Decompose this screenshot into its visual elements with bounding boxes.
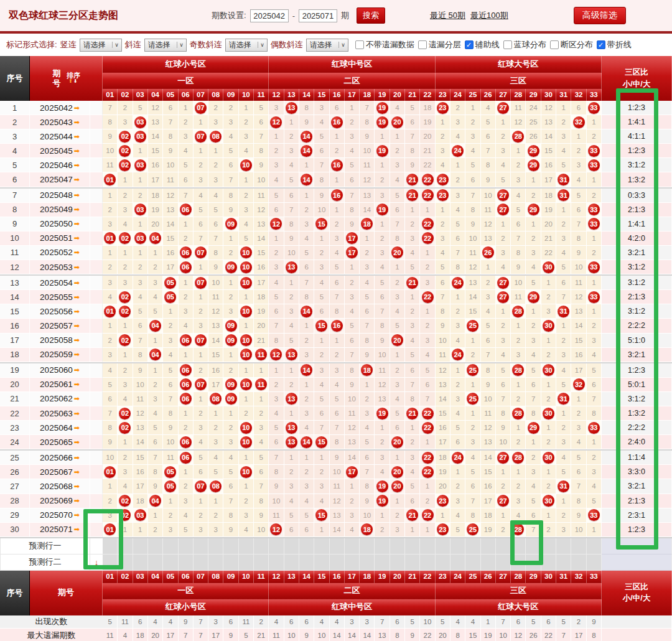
ball-column-header-bottom-20[interactable]: 20: [390, 571, 405, 583]
prediction-cell[interactable]: [133, 554, 148, 571]
dropdown-2[interactable]: 请选择∨: [225, 39, 268, 52]
ball-column-header-bottom-27[interactable]: 27: [496, 571, 511, 583]
ball-column-header-bottom-15[interactable]: 15: [314, 571, 329, 583]
sort-control[interactable]: 排序⬆⬇: [67, 72, 80, 85]
ball-column-header-bottom-21[interactable]: 21: [405, 571, 420, 583]
ball-column-header-14[interactable]: 14: [299, 89, 314, 101]
ball-column-header-bottom-17[interactable]: 17: [345, 571, 360, 583]
ball-column-header-26[interactable]: 26: [481, 89, 496, 101]
prediction-cell[interactable]: [436, 538, 450, 554]
prediction-cell[interactable]: [541, 554, 556, 571]
prediction-cell[interactable]: [103, 554, 118, 571]
prediction-cell[interactable]: [571, 538, 586, 554]
checkbox-辅助线[interactable]: ✓辅助线: [465, 39, 500, 50]
prediction-cell[interactable]: [450, 554, 465, 571]
prediction-cell[interactable]: [450, 538, 465, 554]
ball-column-header-bottom-19[interactable]: 19: [375, 571, 390, 583]
prediction-cell[interactable]: [254, 554, 269, 571]
ball-column-header-bottom-31[interactable]: 31: [556, 571, 571, 583]
ball-column-header-27[interactable]: 27: [496, 89, 511, 101]
ball-column-header-10[interactable]: 10: [239, 89, 254, 101]
prediction-cell[interactable]: [587, 538, 602, 554]
ball-column-header-bottom-09[interactable]: 09: [223, 571, 238, 583]
ball-column-header-bottom-33[interactable]: 33: [587, 571, 602, 583]
prediction-cell[interactable]: [163, 554, 178, 571]
period-from-input[interactable]: [250, 9, 289, 22]
checkbox-icon[interactable]: ✓: [465, 40, 474, 49]
prediction-cell[interactable]: [360, 554, 375, 571]
ball-column-header-bottom-23[interactable]: 23: [436, 571, 450, 583]
prediction-cell[interactable]: [375, 554, 390, 571]
checkbox-icon[interactable]: [418, 40, 427, 49]
prediction-cell[interactable]: [481, 554, 496, 571]
ball-column-header-22[interactable]: 22: [420, 89, 435, 101]
ball-column-header-bottom-02[interactable]: 02: [118, 571, 133, 583]
dropdown-3[interactable]: 请选择∨: [306, 39, 348, 52]
ball-column-header-bottom-12[interactable]: 12: [269, 571, 284, 583]
prediction-cell[interactable]: [208, 538, 223, 554]
ball-column-header-12[interactable]: 12: [269, 89, 284, 101]
prediction-marker-cell[interactable]: ↓: [90, 554, 103, 571]
ball-column-header-bottom-03[interactable]: 03: [133, 571, 148, 583]
ball-column-header-bottom-24[interactable]: 24: [450, 571, 465, 583]
prediction-marker-cell[interactable]: [90, 538, 103, 554]
ball-column-header-bottom-13[interactable]: 13: [284, 571, 299, 583]
ball-column-header-18[interactable]: 18: [360, 89, 375, 101]
ball-column-header-bottom-10[interactable]: 10: [239, 571, 254, 583]
prediction-cell[interactable]: [571, 554, 586, 571]
ball-column-header-15[interactable]: 15: [314, 89, 329, 101]
prediction-cell[interactable]: [284, 538, 299, 554]
prediction-cell[interactable]: [314, 554, 329, 571]
prediction-cell[interactable]: [330, 538, 345, 554]
prediction-cell[interactable]: [541, 538, 556, 554]
prediction-cell[interactable]: [208, 554, 223, 571]
ball-column-header-24[interactable]: 24: [450, 89, 465, 101]
ball-column-header-bottom-06[interactable]: 06: [179, 571, 194, 583]
ball-column-header-bottom-04[interactable]: 04: [148, 571, 163, 583]
prediction-cell[interactable]: [405, 554, 420, 571]
ball-column-header-08[interactable]: 08: [208, 89, 223, 101]
ball-column-header-bottom-26[interactable]: 26: [481, 571, 496, 583]
ball-column-header-25[interactable]: 25: [465, 89, 480, 101]
recent-100-link[interactable]: 最近100期: [470, 10, 508, 21]
ball-column-header-33[interactable]: 33: [587, 89, 602, 101]
prediction-cell[interactable]: [299, 538, 314, 554]
prediction-cell[interactable]: [284, 554, 299, 571]
prediction-cell[interactable]: [299, 554, 314, 571]
ball-column-header-03[interactable]: 03: [133, 89, 148, 101]
prediction-cell[interactable]: [254, 538, 269, 554]
prediction-cell[interactable]: [465, 538, 480, 554]
ball-column-header-bottom-28[interactable]: 28: [511, 571, 526, 583]
prediction-cell[interactable]: [179, 554, 194, 571]
prediction-cell[interactable]: [436, 554, 450, 571]
ball-column-header-11[interactable]: 11: [254, 89, 269, 101]
prediction-cell[interactable]: [420, 554, 435, 571]
prediction-cell[interactable]: [390, 538, 405, 554]
checkbox-遗漏分层[interactable]: 遗漏分层: [418, 39, 461, 50]
ball-column-header-bottom-30[interactable]: 30: [541, 571, 556, 583]
prediction-cell[interactable]: [133, 538, 148, 554]
prediction-cell[interactable]: [375, 538, 390, 554]
sort-arrows[interactable]: ⬆⬇: [68, 79, 78, 85]
ball-column-header-30[interactable]: 30: [541, 89, 556, 101]
prediction-cell[interactable]: [223, 538, 238, 554]
ball-column-header-bottom-14[interactable]: 14: [299, 571, 314, 583]
prediction-cell[interactable]: [314, 538, 329, 554]
ball-column-header-bottom-29[interactable]: 29: [526, 571, 541, 583]
recent-50-link[interactable]: 最近 50期: [430, 10, 465, 21]
ball-column-header-02[interactable]: 02: [118, 89, 133, 101]
prediction-cell[interactable]: [420, 538, 435, 554]
prediction-cell[interactable]: [465, 554, 480, 571]
prediction-cell[interactable]: [194, 538, 208, 554]
prediction-cell[interactable]: [163, 538, 178, 554]
ball-column-header-19[interactable]: 19: [375, 89, 390, 101]
ball-column-header-bottom-08[interactable]: 08: [208, 571, 223, 583]
checkbox-不带遗漏数据[interactable]: 不带遗漏数据: [355, 39, 414, 50]
dropdown-0[interactable]: 请选择∨: [80, 39, 122, 52]
prediction-cell[interactable]: [194, 554, 208, 571]
dropdown-1[interactable]: 请选择∨: [144, 39, 187, 52]
prediction-cell[interactable]: [269, 554, 284, 571]
ball-column-header-28[interactable]: 28: [511, 89, 526, 101]
ball-column-header-bottom-18[interactable]: 18: [360, 571, 375, 583]
checkbox-icon[interactable]: ✓: [597, 40, 605, 49]
